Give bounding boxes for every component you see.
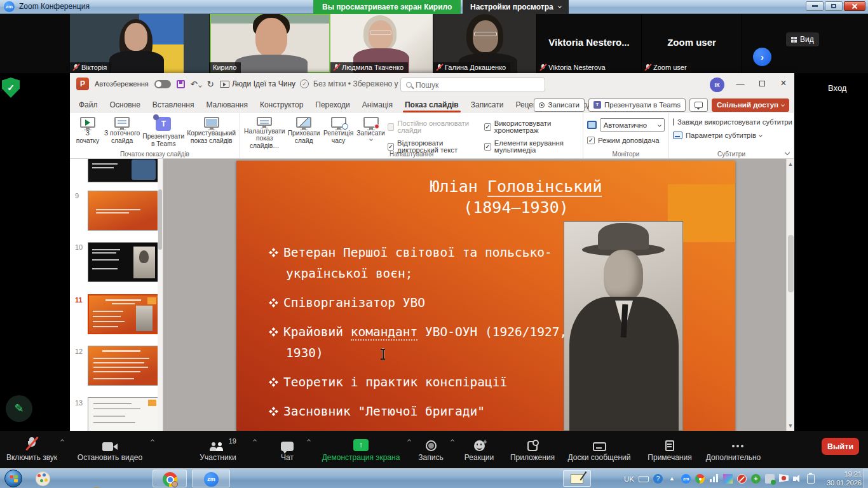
- printer-color-icon[interactable]: [723, 474, 733, 484]
- checkbox-always-use-subtitles[interactable]: Завжди використовувати субтитри: [673, 118, 790, 126]
- tab-insert[interactable]: Вставлення: [153, 100, 194, 109]
- slide-thumbnail-12[interactable]: [88, 346, 159, 386]
- tab-file[interactable]: Файл: [79, 100, 98, 109]
- slide-canvas[interactable]: Юліан Головінський (1894–1930) Ветеран П…: [236, 161, 735, 431]
- leave-meeting-button[interactable]: Выйти: [822, 438, 859, 455]
- account-avatar[interactable]: ІК: [710, 78, 724, 92]
- taskbar-paint-icon[interactable]: [36, 471, 50, 486]
- tray-chrome-icon[interactable]: [695, 474, 705, 484]
- tab-record[interactable]: Записати: [471, 100, 504, 109]
- save-icon[interactable]: [177, 80, 185, 88]
- ppt-minimize-button[interactable]: —: [729, 73, 751, 93]
- video-tile-viktoria-nesterova[interactable]: Viktoria Nestero... Viktoria Nesterova: [537, 14, 642, 73]
- reactions-button[interactable]: + Реакции: [459, 435, 499, 462]
- keyboard-icon[interactable]: [639, 476, 649, 482]
- minimize-button[interactable]: [806, 1, 824, 11]
- slide-thumbnail-9[interactable]: [88, 191, 159, 231]
- record-button[interactable]: Записати: [534, 98, 585, 112]
- taskbar-zoom-window-button[interactable]: zm: [192, 470, 230, 487]
- present-in-teams-button[interactable]: T Презентувати в Teams: [588, 98, 686, 112]
- slide-thumbnail-13[interactable]: [88, 397, 159, 431]
- taskbar-clock[interactable]: 19:21 30.01.2026: [827, 470, 862, 487]
- usb-safely-remove-icon[interactable]: [765, 474, 775, 484]
- chat-button[interactable]: Чат: [269, 435, 305, 462]
- view-button[interactable]: Вид: [786, 32, 819, 46]
- present-in-teams-ribbon-button[interactable]: T Презентувати в Teams: [142, 116, 184, 149]
- clipboard-icon[interactable]: [807, 474, 815, 484]
- slide-thumbnail-10[interactable]: [88, 242, 159, 282]
- slide-bullet-list[interactable]: Ветеран Першої світової та польсько-укра…: [269, 242, 571, 430]
- ppt-restore-button[interactable]: [751, 73, 773, 93]
- from-beginning-button[interactable]: З початку: [74, 116, 102, 149]
- network-signal-icon[interactable]: [709, 474, 719, 484]
- whiteboards-button[interactable]: Доски сообщений: [562, 435, 637, 462]
- help-icon[interactable]: ?: [653, 474, 663, 484]
- scroll-down-icon[interactable]: ▼: [787, 423, 794, 429]
- hidden-icons-arrow[interactable]: ▲: [667, 474, 677, 484]
- unmute-button[interactable]: Включить звук: [1, 435, 62, 462]
- start-button[interactable]: [4, 470, 22, 487]
- taskbar-chrome-window-button[interactable]: [153, 470, 187, 487]
- chevron-up-icon[interactable]: [151, 439, 154, 443]
- restore-button[interactable]: [825, 1, 843, 11]
- share-screen-button[interactable]: ↑ Демонстрация экрана: [316, 435, 405, 462]
- tray-zoom-icon[interactable]: zm: [681, 474, 691, 484]
- slide-thumbnail-8[interactable]: [88, 159, 159, 182]
- tab-design[interactable]: Конструктор: [260, 100, 303, 109]
- setup-slideshow-button[interactable]: Налаштувати показ слайдів…: [244, 116, 285, 149]
- rehearse-timings-button[interactable]: Репетиція часу: [323, 116, 355, 149]
- annotation-pen-button[interactable]: ✎: [6, 395, 32, 422]
- view-settings-button[interactable]: Настройки просмотра: [463, 0, 569, 14]
- video-tile-kyrylo[interactable]: Кирило: [210, 14, 330, 73]
- hide-slide-button[interactable]: Приховати слайд: [287, 116, 320, 149]
- login-label[interactable]: Вход: [828, 83, 846, 93]
- tab-draw[interactable]: Малювання: [206, 100, 247, 109]
- notes-button[interactable]: Примечания: [641, 435, 699, 462]
- volume-icon[interactable]: [793, 474, 803, 484]
- action-center-flag-icon[interactable]: [779, 474, 789, 484]
- autosave-toggle[interactable]: [154, 80, 171, 88]
- more-button[interactable]: Дополнительно: [703, 435, 764, 462]
- tablet-input-button[interactable]: [563, 470, 591, 487]
- thumbnail-scrollbar[interactable]: [158, 159, 163, 431]
- close-button[interactable]: [844, 1, 865, 11]
- slide-title[interactable]: Юліан Головінський (1894–1930): [294, 176, 735, 218]
- redo-button[interactable]: ↻: [207, 79, 214, 89]
- subtitle-settings-button[interactable]: Параметри субтитрів: [673, 132, 790, 139]
- chevron-up-icon[interactable]: [307, 439, 311, 443]
- chevron-up-icon[interactable]: [253, 439, 257, 443]
- checkbox-use-timings[interactable]: ✓ Використовувати хронометраж: [484, 120, 579, 134]
- record-slideshow-button[interactable]: Записати: [356, 116, 384, 149]
- scrollbar-thumb[interactable]: [788, 235, 794, 292]
- chevron-up-icon[interactable]: [451, 439, 454, 443]
- video-tile-liudmyla[interactable]: Людмила Ткаченко: [330, 14, 433, 73]
- main-scrollbar[interactable]: ▲ ▼: [786, 159, 794, 431]
- blocked-app-icon[interactable]: [737, 474, 747, 484]
- language-indicator[interactable]: UK: [624, 475, 634, 483]
- ppt-close-button[interactable]: ×: [773, 73, 794, 93]
- record-button[interactable]: Запись: [413, 435, 449, 462]
- participants-button[interactable]: 19 Участники: [189, 435, 247, 462]
- stop-video-button[interactable]: Остановить видео: [71, 435, 149, 462]
- checkbox-keep-slides-updated[interactable]: Постійно оновлювати слайди: [388, 120, 482, 134]
- tab-home[interactable]: Основне: [110, 100, 140, 109]
- slideshow-icon[interactable]: [220, 81, 229, 88]
- search-input[interactable]: [416, 81, 524, 90]
- custom-slideshow-button[interactable]: Користувацький показ слайдів: [187, 116, 236, 149]
- comments-button[interactable]: [689, 98, 708, 112]
- scroll-up-icon[interactable]: ▲: [787, 159, 794, 167]
- tab-transitions[interactable]: Переходи: [315, 100, 349, 109]
- chevron-up-icon[interactable]: [407, 439, 411, 443]
- video-tile-viktoriia[interactable]: Вікторія: [70, 14, 210, 73]
- checkbox-presenter-view[interactable]: ✓ Режим доповідача: [587, 137, 665, 144]
- video-tile-zoom-user[interactable]: Zoom user Zoom user: [642, 14, 742, 73]
- share-button[interactable]: Спільний доступ: [712, 98, 789, 112]
- slide-thumbnail-11-selected[interactable]: [88, 294, 159, 334]
- antivirus-plus-icon[interactable]: +: [751, 474, 761, 484]
- tab-slideshow[interactable]: Показ слайдів: [405, 100, 459, 109]
- apps-button[interactable]: Приложения: [506, 435, 559, 462]
- monitor-select[interactable]: Автоматично: [600, 118, 665, 132]
- show-desktop-button[interactable]: [864, 469, 868, 488]
- undo-button[interactable]: ↶: [191, 79, 201, 89]
- from-current-slide-button[interactable]: З поточного слайда: [104, 116, 140, 149]
